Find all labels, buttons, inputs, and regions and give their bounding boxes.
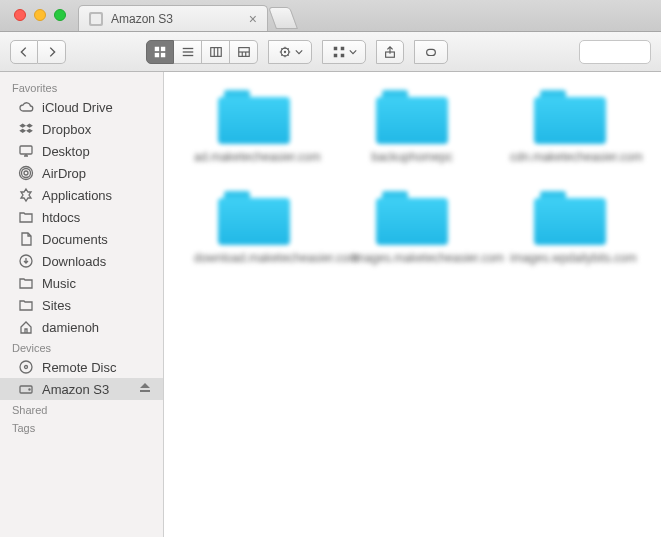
- tags-button-group: [414, 40, 448, 64]
- sidebar-group-title: Favorites: [0, 78, 163, 96]
- finder-toolbar: [0, 32, 661, 72]
- sidebar-item-label: Amazon S3: [42, 382, 131, 397]
- applications-icon: [18, 187, 34, 203]
- svg-rect-2: [155, 52, 159, 56]
- sidebar-item-amazon-s3[interactable]: Amazon S3: [0, 378, 163, 400]
- sidebar-item-label: AirDrop: [42, 166, 151, 181]
- folder-icon: [18, 297, 34, 313]
- folder-item[interactable]: download.maketecheasier.com: [194, 191, 314, 266]
- sidebar-item-documents[interactable]: Documents: [0, 228, 163, 250]
- home-icon: [18, 319, 34, 335]
- sidebar-item-desktop[interactable]: Desktop: [0, 140, 163, 162]
- sidebar-item-label: iCloud Drive: [42, 100, 151, 115]
- finder-body: FavoritesiCloud DriveDropboxDesktopAirDr…: [0, 72, 661, 537]
- folder-icon: [18, 275, 34, 291]
- downloads-icon: [18, 253, 34, 269]
- tab-favicon: [89, 12, 103, 26]
- svg-point-24: [22, 169, 31, 178]
- svg-rect-21: [427, 49, 436, 55]
- sidebar-item-damienoh[interactable]: damienoh: [0, 316, 163, 338]
- coverflow-view-button[interactable]: [230, 40, 258, 64]
- folder-item[interactable]: ad.maketecheasier.com: [194, 90, 314, 165]
- svg-rect-19: [340, 53, 344, 57]
- sidebar-item-label: Desktop: [42, 144, 151, 159]
- folder-icon: [534, 90, 606, 144]
- documents-icon: [18, 231, 34, 247]
- sidebar-item-downloads[interactable]: Downloads: [0, 250, 163, 272]
- edit-tags-button[interactable]: [414, 40, 448, 64]
- folder-label: images.maketecheasier.com: [352, 251, 472, 266]
- sidebar-item-dropbox[interactable]: Dropbox: [0, 118, 163, 140]
- icon-view-button[interactable]: [146, 40, 174, 64]
- content-area[interactable]: ad.maketecheasier.combackuphomepccdn.mak…: [164, 72, 661, 537]
- browser-tab[interactable]: Amazon S3 ×: [78, 5, 268, 31]
- back-button[interactable]: [10, 40, 38, 64]
- folder-item[interactable]: images.maketecheasier.com: [352, 191, 472, 266]
- svg-point-30: [29, 389, 30, 390]
- folder-label: ad.maketecheasier.com: [194, 150, 314, 165]
- folder-icon: [534, 191, 606, 245]
- action-button[interactable]: [268, 40, 312, 64]
- sidebar-item-htdocs[interactable]: htdocs: [0, 206, 163, 228]
- arrange-menu: [322, 40, 366, 64]
- column-view-button[interactable]: [202, 40, 230, 64]
- sidebar-item-label: Documents: [42, 232, 151, 247]
- folder-icon: [18, 209, 34, 225]
- sidebar-item-label: Downloads: [42, 254, 151, 269]
- nav-buttons: [10, 40, 66, 64]
- sidebar-item-label: Remote Disc: [42, 360, 151, 375]
- cloud-icon: [18, 99, 34, 115]
- folder-label: cdn.maketecheasier.com: [510, 150, 630, 165]
- sidebar-group-title: Devices: [0, 338, 163, 356]
- folder-label: backuphomepc: [371, 150, 452, 165]
- list-view-button[interactable]: [174, 40, 202, 64]
- folder-item[interactable]: images.wpdailybits.com: [510, 191, 630, 266]
- close-tab-button[interactable]: ×: [249, 12, 257, 26]
- folder-label: download.maketecheasier.com: [194, 251, 314, 266]
- arrange-button[interactable]: [322, 40, 366, 64]
- sidebar-item-icloud-drive[interactable]: iCloud Drive: [0, 96, 163, 118]
- action-menu: [268, 40, 312, 64]
- sidebar-group-title: Tags: [0, 418, 163, 436]
- close-window-button[interactable]: [14, 9, 26, 21]
- sidebar-item-applications[interactable]: Applications: [0, 184, 163, 206]
- folder-item[interactable]: cdn.maketecheasier.com: [510, 90, 630, 165]
- airdrop-icon: [18, 165, 34, 181]
- folder-icon: [376, 191, 448, 245]
- share-button-group: [376, 40, 404, 64]
- forward-button[interactable]: [38, 40, 66, 64]
- sidebar-item-airdrop[interactable]: AirDrop: [0, 162, 163, 184]
- sidebar-item-label: Applications: [42, 188, 151, 203]
- folder-icon: [376, 90, 448, 144]
- search-input[interactable]: [579, 40, 651, 64]
- svg-rect-16: [333, 46, 337, 50]
- sidebar-item-label: htdocs: [42, 210, 151, 225]
- sidebar-item-remote-disc[interactable]: Remote Disc: [0, 356, 163, 378]
- svg-rect-1: [161, 46, 165, 50]
- sidebar: FavoritesiCloud DriveDropboxDesktopAirDr…: [0, 72, 164, 537]
- svg-point-23: [24, 171, 28, 175]
- eject-icon[interactable]: [139, 382, 151, 397]
- desktop-icon: [18, 143, 34, 159]
- folder-icon: [218, 191, 290, 245]
- svg-point-28: [25, 366, 28, 369]
- folder-item[interactable]: backuphomepc: [352, 90, 472, 165]
- minimize-window-button[interactable]: [34, 9, 46, 21]
- svg-rect-0: [155, 46, 159, 50]
- dropbox-icon: [18, 121, 34, 137]
- sidebar-item-music[interactable]: Music: [0, 272, 163, 294]
- new-tab-button[interactable]: [268, 7, 298, 29]
- zoom-window-button[interactable]: [54, 9, 66, 21]
- browser-tabstrip: Amazon S3 ×: [0, 0, 661, 32]
- sidebar-item-sites[interactable]: Sites: [0, 294, 163, 316]
- sidebar-item-label: Sites: [42, 298, 151, 313]
- svg-rect-3: [161, 52, 165, 56]
- tab-title: Amazon S3: [111, 12, 173, 26]
- svg-rect-17: [333, 53, 337, 57]
- folder-icon: [218, 90, 290, 144]
- svg-rect-22: [20, 146, 32, 154]
- sidebar-item-label: Music: [42, 276, 151, 291]
- share-button[interactable]: [376, 40, 404, 64]
- svg-point-15: [283, 50, 285, 52]
- svg-point-27: [20, 361, 32, 373]
